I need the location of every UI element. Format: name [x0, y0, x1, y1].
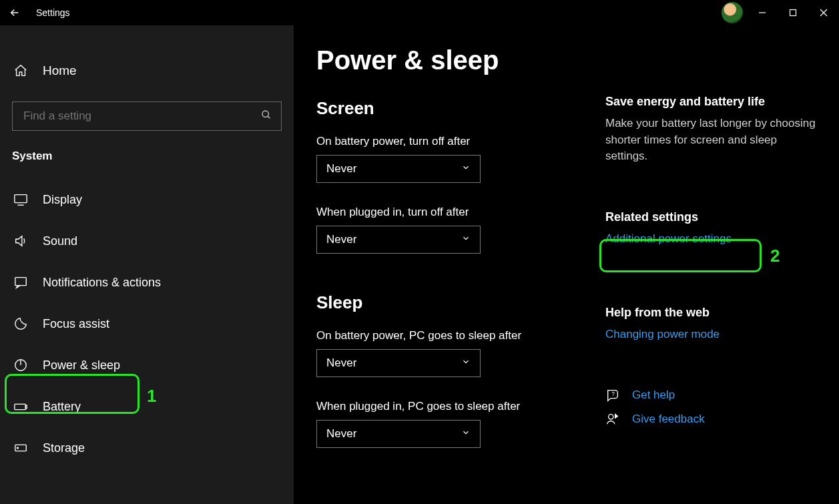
page-title: Power & sleep — [316, 45, 576, 75]
sleep-battery-value: Never — [326, 356, 356, 370]
sidebar-item-label: Notifications & actions — [43, 276, 161, 290]
screen-battery-dropdown[interactable]: Never — [316, 155, 481, 183]
sidebar-item-notifications[interactable]: Notifications & actions — [0, 262, 294, 303]
nav-list: Display Sound Notifications & actions Fo… — [0, 167, 294, 469]
battery-icon — [13, 399, 28, 414]
svg-rect-12 — [25, 405, 27, 409]
svg-rect-1 — [790, 10, 796, 16]
home-label: Home — [43, 63, 77, 78]
user-avatar[interactable] — [722, 2, 743, 23]
get-help-label: Get help — [632, 389, 675, 402]
sleep-battery-label: On battery power, PC goes to sleep after — [316, 329, 576, 342]
svg-rect-8 — [15, 278, 27, 286]
sidebar: Home System Display Sound Notifications … — [0, 25, 294, 504]
sidebar-item-battery[interactable]: Battery — [0, 386, 294, 427]
sidebar-item-power-sleep[interactable]: Power & sleep — [0, 344, 294, 386]
sleep-battery-dropdown[interactable]: Never — [316, 349, 481, 377]
display-icon — [13, 192, 28, 207]
sidebar-item-storage[interactable]: Storage — [0, 427, 294, 469]
sidebar-item-focus-assist[interactable]: Focus assist — [0, 303, 294, 344]
svg-line-5 — [268, 116, 270, 118]
svg-point-16 — [609, 415, 613, 419]
chevron-down-icon — [461, 233, 471, 246]
sidebar-item-label: Storage — [43, 441, 85, 455]
svg-text:?: ? — [611, 391, 615, 397]
home-button[interactable]: Home — [0, 52, 294, 89]
search-input[interactable] — [22, 109, 261, 123]
titlebar: Settings — [0, 0, 839, 25]
help-icon: ? — [605, 388, 620, 403]
energy-text: Make your battery last longer by choosin… — [605, 115, 820, 165]
chevron-down-icon — [461, 356, 471, 370]
svg-point-14 — [17, 447, 19, 449]
notifications-icon — [13, 275, 28, 290]
back-button[interactable] — [0, 0, 29, 25]
chevron-down-icon — [461, 162, 471, 176]
sidebar-item-label: Sound — [43, 234, 77, 248]
screen-battery-label: On battery power, turn off after — [316, 135, 576, 148]
energy-heading: Save energy and battery life — [605, 95, 820, 109]
sidebar-item-label: Focus assist — [43, 317, 109, 331]
sidebar-item-display[interactable]: Display — [0, 179, 294, 220]
right-column: Save energy and battery life Make your b… — [599, 25, 839, 504]
maximize-button[interactable] — [778, 3, 808, 23]
sleep-plugged-value: Never — [326, 427, 356, 441]
screen-plugged-value: Never — [326, 233, 356, 246]
give-feedback-row[interactable]: Give feedback — [605, 412, 820, 427]
storage-icon — [13, 441, 28, 455]
sleep-heading: Sleep — [316, 292, 576, 313]
sidebar-item-label: Display — [43, 193, 82, 207]
sidebar-item-sound[interactable]: Sound — [0, 220, 294, 262]
window-title: Settings — [29, 7, 70, 18]
feedback-label: Give feedback — [632, 413, 705, 426]
sidebar-item-label: Battery — [43, 400, 81, 414]
category-heading: System — [0, 131, 294, 167]
feedback-icon — [605, 412, 620, 427]
changing-power-mode-link[interactable]: Changing power mode — [605, 328, 720, 340]
screen-plugged-label: When plugged in, turn off after — [316, 206, 576, 219]
home-icon — [13, 63, 28, 78]
get-help-row[interactable]: ? Get help — [605, 388, 820, 403]
chevron-down-icon — [461, 427, 471, 441]
focus-assist-icon — [13, 316, 28, 331]
sidebar-item-label: Power & sleep — [43, 358, 120, 372]
related-heading: Related settings — [605, 210, 820, 224]
sound-icon — [13, 234, 28, 248]
webhelp-heading: Help from the web — [605, 306, 820, 320]
minimize-button[interactable] — [747, 3, 778, 23]
sleep-plugged-dropdown[interactable]: Never — [316, 420, 481, 448]
power-icon — [13, 358, 28, 372]
svg-point-4 — [262, 111, 268, 117]
screen-heading: Screen — [316, 98, 576, 119]
close-button[interactable] — [808, 3, 839, 23]
svg-rect-11 — [15, 404, 26, 409]
svg-rect-6 — [15, 195, 27, 203]
screen-plugged-dropdown[interactable]: Never — [316, 226, 481, 254]
screen-battery-value: Never — [326, 162, 356, 176]
search-icon — [261, 109, 272, 123]
additional-power-settings-link[interactable]: Additional power settings — [605, 232, 732, 245]
main-content: Power & sleep Screen On battery power, t… — [294, 25, 599, 504]
search-box[interactable] — [12, 101, 282, 131]
sleep-plugged-label: When plugged in, PC goes to sleep after — [316, 400, 576, 413]
